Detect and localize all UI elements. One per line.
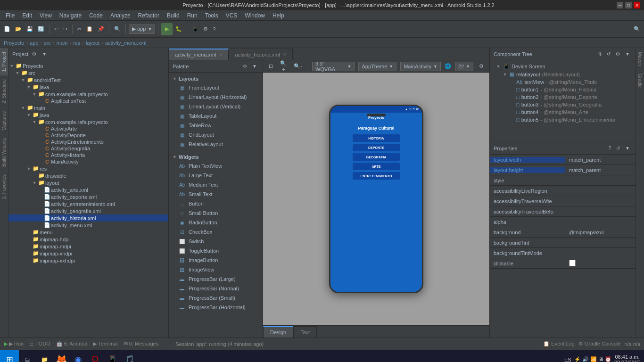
zoom-fit-btn[interactable]: ⊡: [267, 62, 275, 71]
bc-app[interactable]: app: [30, 40, 38, 46]
bc-layout[interactable]: layout: [86, 40, 99, 46]
palette-item-RelativeLayout[interactable]: ▦RelativeLayout: [169, 140, 263, 149]
palette-item-FrameLayout[interactable]: ▦FrameLayout: [169, 83, 263, 92]
zoom-in-btn[interactable]: 🔍+: [277, 62, 290, 71]
event-log-btn[interactable]: 📋 Event Log: [543, 341, 575, 347]
todo-btn[interactable]: ☰ TODO: [29, 341, 50, 347]
palette-item-ProgressBar--Normal-[interactable]: ▬ProgressBar (Normal): [169, 284, 263, 293]
start-button[interactable]: ⊞: [0, 350, 19, 362]
menu-window[interactable]: Window: [241, 11, 269, 20]
taskbar-firefox[interactable]: 🦊: [53, 350, 70, 362]
api-dropdown[interactable]: 22 ▼: [455, 62, 473, 71]
android-btn[interactable]: 🤖 6: Android: [56, 341, 88, 347]
maven-tab[interactable]: Maven: [636, 48, 644, 70]
palette-item-Small-Button[interactable]: □Small Button: [169, 208, 263, 218]
structure-tab[interactable]: 2: Structure: [0, 75, 8, 107]
comp-tree-item-button2[interactable]: □button2 - @string/Menu_Deporte: [490, 93, 636, 101]
tab-text[interactable]: Text: [293, 326, 317, 337]
prop-filter-btn[interactable]: ▼: [623, 145, 632, 152]
run-label[interactable]: ▶ Run: [9, 341, 24, 347]
prop-checkbox[interactable]: [569, 260, 576, 266]
tree-item-activity-historia-xml[interactable]: 📄activity_historia.xml: [8, 214, 168, 222]
palette-item-Button[interactable]: □Button: [169, 199, 263, 208]
palette-item-Switch[interactable]: ⬜Switch: [169, 237, 263, 246]
tree-item-mipmap-hdpi[interactable]: 📁mipmap-hdpi: [8, 236, 168, 243]
palette-menu-icon[interactable]: ▼: [250, 63, 259, 70]
device-dropdown[interactable]: 3.3" WQVGA ▼: [312, 62, 355, 71]
app-dropdown[interactable]: ▶ app ▼: [129, 25, 155, 34]
menu-run[interactable]: Run: [183, 11, 201, 20]
project-gear-icon[interactable]: ▼: [40, 50, 49, 58]
tree-item-mipmap-xxhdpi[interactable]: 📁mipmap-xxhdpi: [8, 257, 168, 264]
new-button[interactable]: 📄: [2, 23, 12, 35]
tab-design[interactable]: Design: [263, 326, 293, 337]
palette-item-CheckBox[interactable]: ☑CheckBox: [169, 227, 263, 237]
tree-item-ActivityDeporte[interactable]: CActivityDeporte: [8, 132, 168, 139]
palette-group-header-Layouts[interactable]: ▼Layouts: [169, 74, 263, 83]
tree-item-menu[interactable]: 📁menu: [8, 229, 168, 236]
tree-item-Proyecto[interactable]: ▼📁Proyecto: [8, 62, 168, 69]
comp-tree-btn4[interactable]: ▼: [623, 50, 632, 58]
tree-item-java[interactable]: ▼📁java: [8, 111, 168, 118]
tree-item-layout[interactable]: ▼📁layout: [8, 179, 168, 186]
comp-tree-item-Device Screen[interactable]: ▼📱Device Screen: [490, 62, 636, 70]
tree-item-mipmap-xhdpi[interactable]: 📁mipmap-xhdpi: [8, 250, 168, 257]
search-button[interactable]: 🔍: [632, 23, 642, 35]
prop-row-background[interactable]: background@mipmap/azul: [490, 227, 636, 238]
captures-tab[interactable]: Captures: [0, 107, 8, 134]
tree-item-ApplicationTest[interactable]: CApplicationTest: [8, 98, 168, 104]
tree-item-java[interactable]: ▼📁java: [8, 83, 168, 90]
prop-row-backgroundTintMode[interactable]: backgroundTintMode: [490, 248, 636, 258]
menu-vcs[interactable]: VCS: [222, 11, 241, 20]
menu-navigate[interactable]: Navigate: [56, 11, 85, 20]
tree-item-ActivityArte[interactable]: CActivityArte: [8, 125, 168, 132]
prop-row-backgroundTint[interactable]: backgroundTint: [490, 238, 636, 248]
prop-help-btn[interactable]: ?: [607, 145, 613, 152]
tree-item-activity-geografia-xml[interactable]: 📄activity_geografia.xml: [8, 207, 168, 214]
tree-item-activity-entretenimiento-xml[interactable]: 📄activity_entretenimiento.xml: [8, 200, 168, 207]
palette-settings-icon[interactable]: ⚙: [241, 63, 249, 70]
tree-item-main[interactable]: ▼📁main: [8, 104, 168, 111]
tree-item-activity-menu-xml[interactable]: 📄activity_menu.xml: [8, 222, 168, 229]
canvas-scroll[interactable]: ▲ ☰ 5:10 Proyecto Paraguay Cultural HIST…: [263, 73, 489, 325]
bc-file[interactable]: activity_menu.xml: [105, 40, 146, 46]
tree-item-activity-arte-xml[interactable]: 📄activity_arte.xml: [8, 186, 168, 193]
palette-item-LinearLayout--Vertical-[interactable]: ▦LinearLayout (Vertical): [169, 102, 263, 111]
menu-tools[interactable]: Tools: [201, 11, 222, 20]
palette-item-ProgressBar--Horizontal-[interactable]: ▬ProgressBar (Horizontal): [169, 303, 263, 312]
prop-row-accessibilityTraversalAfte[interactable]: accessibilityTraversalAfte: [490, 196, 636, 206]
paste-button[interactable]: 📌: [96, 23, 106, 35]
terminal-btn[interactable]: ▶ Terminal: [93, 341, 117, 347]
bc-main[interactable]: main: [56, 40, 67, 46]
comp-tree-item-button4[interactable]: □button4 - @string/Menu_Arte: [490, 108, 636, 116]
palette-item-LinearLayout--Horizontal-[interactable]: ▦LinearLayout (Horizontal): [169, 92, 263, 102]
project-sync-icon[interactable]: ⚙: [30, 50, 38, 58]
taskbar-folder[interactable]: 📁: [36, 350, 53, 362]
tree-item-activity-deporte-xml[interactable]: 📄activity_deporte.xml: [8, 193, 168, 200]
comp-tree-item-button1[interactable]: □button1 - @string/Menu_Historia: [490, 86, 636, 93]
palette-item-Large-Text[interactable]: AbLarge Text: [169, 171, 263, 180]
tree-item-com-example-rafa-proyecto[interactable]: ▼📁com.example.rafa.proyecto: [8, 90, 168, 98]
activity-dropdown[interactable]: MainActivity ▼: [400, 62, 441, 71]
cut-button[interactable]: ✂: [75, 23, 83, 35]
gradle-console-btn[interactable]: ⚙ Gradle Console: [578, 341, 621, 347]
tree-item-ActivityGeografia[interactable]: CActivityGeografia: [8, 145, 168, 152]
palette-item-TableRow[interactable]: ▦TableRow: [169, 121, 263, 130]
window-controls[interactable]: ─ □ ✕: [617, 2, 640, 8]
todo-label[interactable]: ☰ TODO: [29, 341, 50, 347]
messages-btn[interactable]: ✉ 0: Messages: [124, 341, 158, 347]
bc-src[interactable]: src: [44, 40, 51, 46]
palette-group-header-Widgets[interactable]: ▼Widgets: [169, 153, 263, 161]
palette-item-GridLayout[interactable]: ▦GridLayout: [169, 130, 263, 140]
redo-button[interactable]: ↪: [61, 23, 69, 35]
tab-close-activity-menu[interactable]: ✕: [219, 52, 223, 58]
taskbar-vlc[interactable]: 🎵: [121, 350, 138, 362]
canvas-settings-btn[interactable]: ⚙: [477, 62, 486, 71]
prop-row-layout-height[interactable]: layout:heightmatch_parent: [490, 165, 636, 175]
tree-item-mipmap-mdpi[interactable]: 📁mipmap-mdpi: [8, 243, 168, 250]
palette-item-ImageView[interactable]: 🖼ImageView: [169, 265, 263, 274]
palette-item-ProgressBar--Large-[interactable]: ▬ProgressBar (Large): [169, 274, 263, 284]
palette-item-Small-Text[interactable]: AbSmall Text: [169, 189, 263, 199]
palette-item-ToggleButton[interactable]: ⬜ToggleButton: [169, 246, 263, 255]
menu-build[interactable]: Build: [163, 11, 183, 20]
